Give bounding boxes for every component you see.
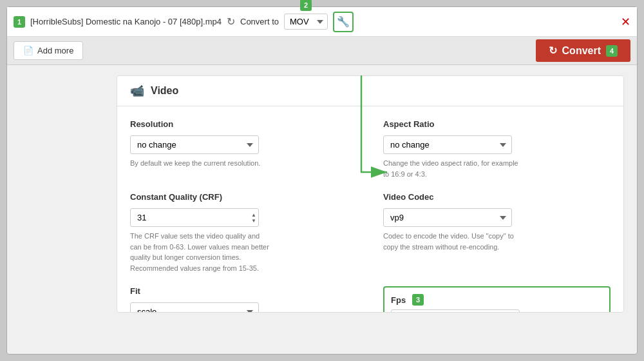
fit-select[interactable]: scale max crop pad	[130, 302, 259, 313]
fps-label: Fps	[391, 295, 406, 305]
crf-down-arrow[interactable]: ▼	[251, 218, 256, 223]
panel-header: 📹 Video	[117, 76, 623, 106]
app-window: 1 [HorribleSubs] Domestic na Kanojo - 07…	[6, 6, 638, 355]
fit-label: Fit	[130, 286, 357, 296]
codec-label: Video Codec	[383, 192, 611, 202]
crf-input[interactable]	[130, 208, 259, 227]
refresh-icon[interactable]: ↻	[227, 15, 235, 28]
aspect-ratio-label: Aspect Ratio	[383, 119, 611, 129]
codec-desc: Codec to encode the video. Use "copy" to…	[383, 231, 525, 252]
resolution-setting: Resolution no change 1920x1080 1280x720 …	[130, 119, 357, 179]
wrench-button[interactable]: 🔧	[333, 12, 354, 32]
resolution-desc: By default we keep the current resolutio…	[130, 158, 272, 169]
crf-up-arrow[interactable]: ▲	[251, 212, 256, 217]
convert-refresh-icon: ↻	[549, 44, 557, 57]
badge-2: 2	[300, 0, 312, 11]
fps-box: Fps 3 ▲ ▼ Change the video frame rate.	[383, 286, 611, 313]
add-more-icon: 📄	[23, 46, 33, 55]
codec-setting: Video Codec vp9 h264 h265 copy Codec to …	[383, 192, 611, 273]
fps-setting: Fps 3 ▲ ▼ Change the video frame rate.	[383, 286, 611, 313]
crf-setting: Constant Quality (CRF) ▲ ▼ The CRF value…	[130, 192, 357, 273]
resolution-label: Resolution	[130, 119, 357, 129]
convert-label: Convert	[562, 45, 601, 57]
fps-input[interactable]	[391, 309, 520, 313]
app-body: 📄 Add more ↻ Convert 4 📹 Video Resolutio…	[7, 37, 637, 326]
settings-grid: Resolution no change 1920x1080 1280x720 …	[117, 106, 623, 313]
convert-button[interactable]: ↻ Convert 4	[536, 39, 630, 62]
panel-title: Video	[151, 85, 178, 97]
codec-select[interactable]: vp9 h264 h265 copy	[383, 208, 512, 227]
badge-1: 1	[14, 16, 25, 28]
badge-3: 3	[412, 294, 424, 306]
convert-to-label: Convert to	[240, 17, 279, 26]
aspect-ratio-desc: Change the video aspect ratio, for examp…	[383, 158, 525, 179]
wrench-icon: 🔧	[337, 15, 350, 28]
crf-desc: The CRF value sets the video quality and…	[130, 231, 272, 273]
format-select-wrapper: 2 MOV MP4 MKV AVI WebM	[284, 14, 328, 30]
crf-arrows: ▲ ▼	[251, 212, 256, 223]
fit-setting: Fit scale max crop pad Sets the mode of …	[130, 286, 357, 313]
file-name: [HorribleSubs] Domestic na Kanojo - 07 […	[30, 17, 222, 26]
video-icon: 📹	[130, 84, 144, 98]
crf-stepper: ▲ ▼	[130, 208, 259, 227]
format-select[interactable]: MOV MP4 MKV AVI WebM	[284, 14, 328, 30]
aspect-ratio-select[interactable]: no change 16:9 4:3 1:1	[383, 135, 512, 154]
fps-label-row: Fps 3	[391, 294, 603, 306]
add-more-label: Add more	[37, 46, 73, 55]
title-bar: 1 [HorribleSubs] Domestic na Kanojo - 07…	[7, 7, 637, 37]
crf-label: Constant Quality (CRF)	[130, 192, 357, 202]
video-settings-panel: 📹 Video Resolution no change 1920x1080 1…	[117, 75, 624, 313]
badge-4: 4	[606, 45, 618, 57]
fps-stepper: ▲ ▼	[391, 309, 520, 313]
add-more-button[interactable]: 📄 Add more	[14, 41, 83, 60]
toolbar: 📄 Add more ↻ Convert 4	[7, 37, 637, 65]
close-button[interactable]: ✕	[621, 15, 630, 29]
aspect-ratio-setting: Aspect Ratio no change 16:9 4:3 1:1 Chan…	[383, 119, 611, 179]
resolution-select[interactable]: no change 1920x1080 1280x720 854x480	[130, 135, 259, 154]
